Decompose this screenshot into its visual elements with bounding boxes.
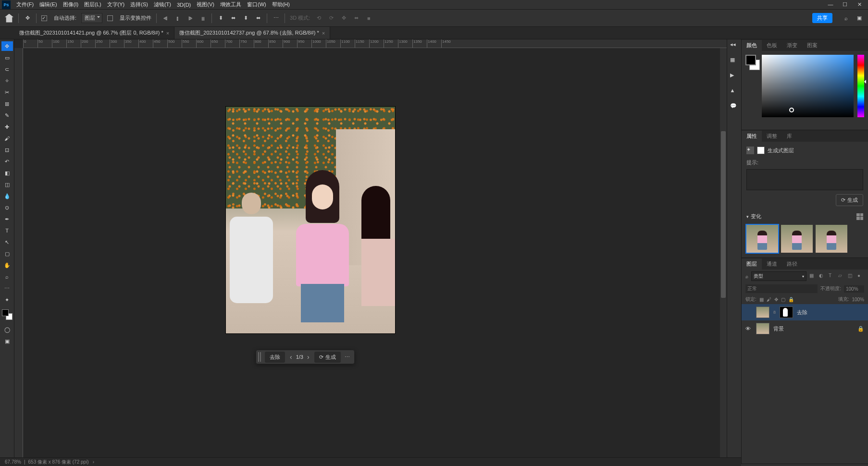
color-field[interactable]: [762, 55, 854, 117]
path-tool[interactable]: ↖: [1, 237, 13, 247]
variation-thumb-2[interactable]: [781, 225, 813, 253]
3d-orbit-icon[interactable]: ⟲: [315, 14, 322, 22]
zoom-tool[interactable]: ⌕: [1, 272, 13, 282]
pen-tool[interactable]: ✒: [1, 214, 13, 224]
distribute-top-icon[interactable]: ⬍: [217, 14, 224, 22]
tab-layers[interactable]: 图层: [742, 258, 762, 270]
menu-image[interactable]: 图像(I): [60, 0, 81, 9]
3d-roll-icon[interactable]: ⟳: [327, 14, 335, 22]
horizontal-ruler[interactable]: 0501001502002503003504004505005506006507…: [23, 39, 727, 48]
more-options-icon[interactable]: ⋯: [343, 354, 352, 360]
layer-thumbnail[interactable]: [756, 307, 769, 318]
lasso-tool[interactable]: ⊂: [1, 64, 13, 74]
visibility-icon[interactable]: 👁: [745, 326, 752, 331]
home-icon[interactable]: [5, 14, 13, 23]
history-brush-tool[interactable]: ↶: [1, 157, 13, 166]
menu-window[interactable]: 窗口(W): [244, 0, 269, 9]
status-menu-icon[interactable]: ›: [93, 459, 94, 465]
clone-stamp-tool[interactable]: ⊡: [1, 145, 13, 155]
align-left-icon[interactable]: ⫷: [161, 14, 169, 22]
brushes-panel-icon[interactable]: ▲: [730, 87, 739, 96]
color-swatch[interactable]: [2, 309, 12, 320]
edit-toolbar-icon[interactable]: ⋯: [1, 283, 13, 293]
menu-filter[interactable]: 滤镜(T): [151, 0, 174, 9]
zoom-level[interactable]: 67.78%: [5, 459, 21, 465]
filter-shape-icon[interactable]: ▱: [838, 273, 845, 280]
prev-variation-icon[interactable]: ‹: [290, 353, 292, 361]
color-marker[interactable]: [789, 108, 794, 112]
variations-toggle[interactable]: ▾ 变化: [746, 213, 863, 220]
tab-gradients[interactable]: 渐变: [782, 40, 802, 51]
fill-input[interactable]: 100%: [852, 297, 864, 302]
layer-row-background[interactable]: 👁 背景 🔒: [742, 320, 868, 337]
hue-marker[interactable]: [862, 80, 866, 84]
distribute-h-icon[interactable]: ⬌: [254, 14, 262, 22]
document-tab-1[interactable]: 微信截图_20231010141421.png @ 66.7% (图层 0, R…: [14, 27, 174, 39]
next-variation-icon[interactable]: ›: [307, 353, 310, 361]
tab-color[interactable]: 颜色: [742, 40, 762, 51]
menu-file[interactable]: 文件(F): [13, 0, 37, 9]
auto-select-checkbox[interactable]: [41, 15, 47, 21]
3d-zoom-icon[interactable]: ■: [365, 14, 372, 22]
expand-panels-icon[interactable]: ◂◂: [730, 41, 739, 50]
document-tab-2[interactable]: 微信截图_20231010142737.png @ 67.8% (去除, RGB…: [174, 27, 330, 39]
3d-pan-icon[interactable]: ✥: [340, 14, 347, 22]
blur-tool[interactable]: 💧: [1, 191, 13, 201]
menu-3d[interactable]: 3D(D): [174, 1, 194, 9]
comments-panel-icon[interactable]: 💬: [730, 103, 739, 111]
grid-view-icon[interactable]: [856, 213, 863, 220]
crop-tool[interactable]: ✂: [1, 87, 13, 97]
filter-smart-icon[interactable]: ◫: [848, 273, 855, 280]
marquee-tool[interactable]: ▭: [1, 53, 13, 62]
search-icon[interactable]: ⌕: [745, 274, 748, 279]
brush-tool[interactable]: 🖌: [1, 134, 13, 143]
layer-thumbnail[interactable]: [756, 323, 769, 334]
layer-name[interactable]: 去除: [797, 309, 864, 316]
healing-brush-tool[interactable]: ✚: [1, 122, 13, 132]
quick-mask-icon[interactable]: ◯: [1, 325, 13, 334]
workspace-icon[interactable]: ▣: [856, 14, 863, 22]
frame-tool[interactable]: ⊞: [1, 99, 13, 109]
dodge-tool[interactable]: ⊙: [1, 203, 13, 212]
show-transform-checkbox[interactable]: [107, 15, 113, 21]
history-panel-icon[interactable]: ▦: [730, 57, 739, 65]
more-align-icon[interactable]: ⋯: [272, 14, 280, 22]
tab-properties[interactable]: 属性: [742, 131, 762, 142]
tab-paths[interactable]: 路径: [782, 258, 802, 270]
auto-select-dropdown[interactable]: 图层: [81, 13, 102, 23]
canvas[interactable]: [226, 107, 395, 333]
distribute-bottom-icon[interactable]: ⬍: [242, 14, 249, 22]
remove-tool[interactable]: ✦: [1, 295, 13, 305]
lock-pixels-icon[interactable]: 🖌: [767, 297, 771, 302]
filter-toggle-icon[interactable]: ●: [857, 273, 864, 280]
tab-close-icon[interactable]: ×: [166, 30, 169, 36]
menu-plugins[interactable]: 增效工具: [217, 0, 244, 9]
tab-close-icon[interactable]: ×: [322, 30, 325, 36]
foreground-swatch[interactable]: [745, 55, 756, 65]
magic-wand-tool[interactable]: ✧: [1, 76, 13, 86]
prompt-input[interactable]: [746, 169, 863, 190]
hue-slider[interactable]: [857, 55, 864, 117]
generative-taskbar[interactable]: 去除 ‹ 1/3 › ⟳ 生成 ⋯: [256, 350, 355, 364]
shape-tool[interactable]: ▢: [1, 249, 13, 258]
vertical-scrollbar[interactable]: [720, 48, 727, 464]
tab-patterns[interactable]: 图案: [802, 40, 822, 51]
color-swatches[interactable]: [745, 55, 758, 126]
generate-button[interactable]: ⟳ 生成: [314, 352, 341, 363]
minimize-icon[interactable]: —: [828, 1, 833, 8]
tab-adjustments[interactable]: 调整: [762, 131, 782, 142]
scrollbar-thumb[interactable]: [721, 131, 726, 297]
menu-select[interactable]: 选择(S): [127, 0, 151, 9]
variation-thumb-1[interactable]: [746, 225, 778, 253]
actions-panel-icon[interactable]: ▶: [730, 72, 739, 81]
layer-name[interactable]: 背景: [773, 325, 854, 332]
variation-thumb-3[interactable]: [816, 225, 847, 253]
menu-view[interactable]: 视图(V): [194, 0, 217, 9]
foreground-color[interactable]: [2, 309, 9, 316]
distribute-v-icon[interactable]: ⬌: [229, 14, 237, 22]
tab-swatches[interactable]: 色板: [762, 40, 782, 51]
opacity-input[interactable]: 100%: [844, 285, 864, 293]
lock-all-icon[interactable]: 🔒: [788, 297, 794, 302]
menu-help[interactable]: 帮助(H): [269, 0, 293, 9]
drag-handle-icon[interactable]: [258, 352, 261, 362]
